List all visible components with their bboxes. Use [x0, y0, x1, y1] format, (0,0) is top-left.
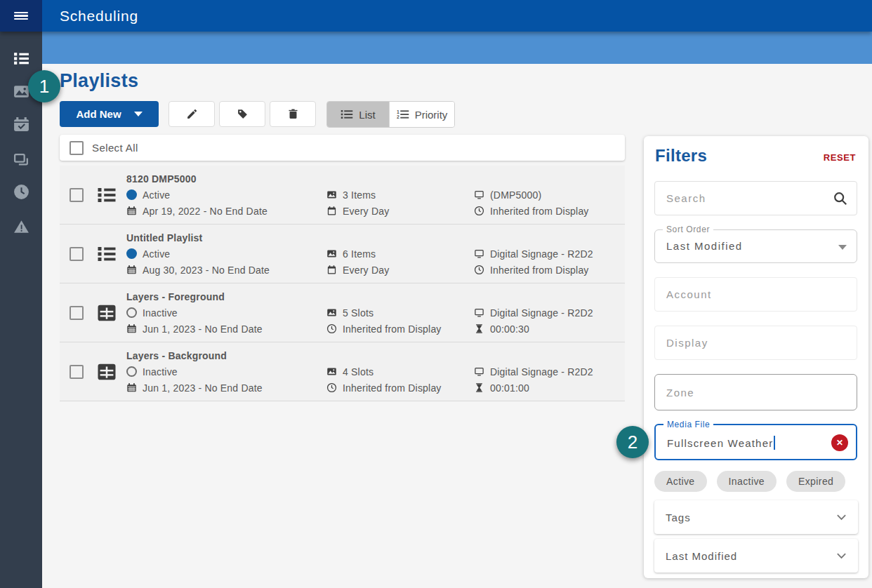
image-icon	[13, 83, 30, 100]
annotation-badge-2: 2	[616, 426, 649, 458]
inherited-clock-icon	[326, 382, 337, 393]
clear-media-button[interactable]: ✕	[831, 434, 848, 451]
media-items-icon	[326, 366, 337, 377]
date-range: Jun 1, 2023 - No End Date	[143, 323, 263, 335]
playlist-row[interactable]: Layers - Background Inactive Jun 1, 2023…	[60, 342, 625, 401]
hourglass-icon	[474, 323, 484, 334]
sidebar-item-history[interactable]	[0, 180, 42, 203]
tags-accordion[interactable]: Tags	[654, 500, 858, 534]
sort-order-label: Sort Order	[663, 225, 713, 234]
schedule-text: Every Day	[343, 265, 389, 276]
schedule-calendar-icon	[326, 265, 337, 275]
clock-icon	[13, 183, 30, 201]
display-icon	[474, 366, 484, 377]
chip-active[interactable]: Active	[654, 471, 707, 492]
chip-inactive[interactable]: Inactive	[717, 471, 777, 492]
date-range: Apr 19, 2022 - No End Date	[143, 206, 267, 217]
hourglass-icon	[474, 382, 484, 393]
add-new-button[interactable]: Add New	[60, 101, 159, 127]
list-icon	[13, 50, 30, 67]
chip-expired[interactable]: Expired	[786, 471, 845, 492]
display-icon	[474, 248, 484, 259]
sort-order-select[interactable]: Sort Order Last Modified	[654, 229, 857, 263]
annotation-badge-1: 1	[28, 70, 60, 102]
sidebar-nav	[0, 32, 42, 588]
search-icon	[833, 191, 848, 206]
tag-button[interactable]	[219, 101, 265, 127]
row-checkbox[interactable]	[70, 365, 84, 379]
sidebar-item-displays[interactable]	[0, 147, 42, 171]
status-label: Active	[143, 189, 170, 201]
select-all-checkbox[interactable]	[70, 141, 84, 155]
items-count: 5 Slots	[343, 307, 374, 319]
media-items-icon	[326, 189, 337, 200]
status-label: Inactive	[143, 366, 178, 377]
caret-down-icon	[838, 245, 847, 250]
playlist-list-icon	[96, 243, 117, 265]
display-name: Digital Signage - R2D2	[490, 307, 593, 319]
playlist-row[interactable]: Layers - Foreground Inactive Jun 1, 2023…	[60, 283, 625, 342]
media-file-value[interactable]: Fullscreen Weather	[667, 437, 773, 449]
account-input[interactable]	[655, 278, 857, 311]
add-new-label: Add New	[76, 108, 121, 120]
calendar-check-icon	[13, 116, 30, 133]
calendar-icon	[126, 382, 137, 393]
priority-view-icon: 1 2	[397, 109, 409, 120]
display-input[interactable]	[655, 326, 857, 359]
inherited-clock-icon	[474, 265, 484, 275]
select-all-bar: Select All	[60, 135, 625, 161]
status-dot-icon	[126, 189, 137, 200]
sidebar-item-playlists[interactable]	[0, 46, 42, 70]
edit-button[interactable]	[169, 101, 215, 127]
status-dot-icon	[126, 307, 137, 318]
delete-button[interactable]	[270, 101, 316, 127]
text-cursor	[774, 436, 775, 450]
chevron-down-icon	[836, 514, 847, 521]
row-checkbox[interactable]	[70, 188, 84, 202]
sidebar-item-schedule[interactable]	[0, 112, 42, 136]
search-field	[654, 181, 857, 215]
schedule-calendar-icon	[326, 206, 337, 216]
tags-label: Tags	[666, 512, 691, 523]
playlist-title: Layers - Foreground	[126, 288, 323, 305]
hamburger-menu-button[interactable]	[0, 0, 42, 32]
playlist-list-icon	[96, 185, 117, 206]
sidebar-item-alerts[interactable]	[0, 215, 42, 239]
account-field	[654, 277, 857, 312]
status-dot-icon	[126, 248, 137, 259]
playlist-grid-icon	[96, 361, 117, 382]
display-field	[654, 326, 857, 360]
status-dot-icon	[126, 366, 137, 377]
timing-text: 00:00:30	[490, 323, 529, 335]
playlist-row[interactable]: Untitled Playlist Active Aug 30, 2023 - …	[60, 225, 625, 283]
status-label: Active	[143, 248, 170, 260]
reset-button[interactable]: RESET	[824, 152, 856, 163]
media-file-field: Media File Fullscreen Weather ✕	[654, 424, 857, 460]
zone-input[interactable]	[655, 375, 857, 410]
playlist-title: Untitled Playlist	[126, 229, 323, 246]
last-modified-label: Last Modified	[666, 550, 737, 562]
schedule-text: Inherited from Display	[343, 323, 442, 335]
view-list-label: List	[359, 109, 375, 121]
view-toggle: List 1 2 Priority	[326, 101, 455, 128]
chevron-down-icon	[836, 552, 847, 559]
date-range: Jun 1, 2023 - No End Date	[143, 382, 263, 394]
calendar-icon	[126, 323, 137, 334]
view-priority-label: Priority	[415, 109, 448, 121]
display-name: (DMP5000)	[490, 189, 541, 201]
timing-text: Inherited from Display	[490, 206, 589, 217]
playlist-title: Layers - Background	[126, 347, 323, 363]
search-input[interactable]	[655, 182, 857, 215]
playlist-row[interactable]: 8120 DMP5000 Active Apr 19, 2022 - No En…	[60, 166, 625, 225]
hamburger-icon	[14, 10, 28, 21]
view-list-button[interactable]: List	[327, 102, 389, 127]
media-items-icon	[326, 307, 337, 318]
last-modified-accordion[interactable]: Last Modified	[654, 539, 858, 573]
view-priority-button[interactable]: 1 2 Priority	[389, 102, 454, 127]
close-icon: ✕	[836, 438, 843, 448]
playlist-list: 8120 DMP5000 Active Apr 19, 2022 - No En…	[60, 166, 625, 401]
row-checkbox[interactable]	[70, 306, 84, 320]
date-range: Aug 30, 2023 - No End Date	[143, 265, 270, 276]
row-checkbox[interactable]	[70, 247, 84, 261]
scheduling-page: Scheduling	[0, 0, 872, 588]
